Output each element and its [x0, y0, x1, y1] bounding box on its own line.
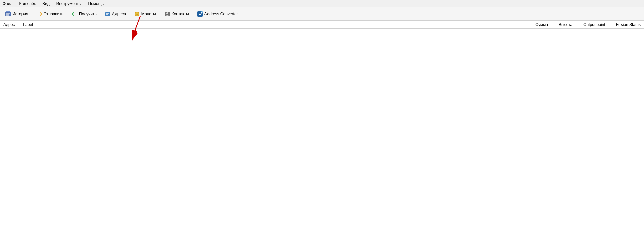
col-label: Label — [21, 22, 34, 27]
svg-rect-2 — [6, 13, 7, 14]
clock-icon — [5, 11, 11, 17]
toolbar-converter-button[interactable]: A ⇄ Address Converter — [193, 8, 242, 20]
toolbar-coins-button[interactable]: $ Монеты — [130, 8, 160, 20]
svg-rect-1 — [6, 11, 10, 12]
toolbar-converter-label: Address Converter — [204, 12, 238, 16]
menu-view[interactable]: Вид — [41, 1, 51, 6]
address-icon — [105, 11, 111, 17]
toolbar-contacts-button[interactable]: Контакты — [160, 8, 193, 20]
toolbar-addresses-button[interactable]: Адреса — [101, 8, 130, 20]
menu-tools[interactable]: Инструменты — [55, 1, 83, 6]
svg-rect-3 — [7, 13, 9, 14]
col-height: Высота — [557, 22, 574, 27]
svg-text:$: $ — [136, 13, 138, 16]
toolbar-receive-label: Получить — [79, 12, 97, 16]
toolbar-send-label: Отправить — [44, 12, 64, 16]
col-fusion-status: Fusion Status — [615, 22, 642, 27]
svg-line-20 — [132, 29, 140, 40]
toolbar-send-button[interactable]: Отправить — [33, 8, 67, 20]
coins-icon: $ — [134, 11, 140, 17]
menu-help[interactable]: Помощь — [87, 1, 105, 6]
menu-file[interactable]: Файл — [1, 1, 14, 6]
toolbar-addresses-label: Адреса — [112, 12, 126, 16]
svg-rect-6 — [7, 14, 9, 16]
converter-icon: A ⇄ — [197, 11, 203, 17]
col-right-headers: Сумма Высота Output point Fusion Status — [534, 22, 642, 27]
toolbar-history-button[interactable]: История — [1, 8, 32, 20]
table-header: Адрес Label Сумма Высота Output point Fu… — [0, 21, 644, 29]
toolbar-contacts-label: Контакты — [172, 12, 189, 16]
col-sum: Сумма — [534, 22, 549, 27]
annotation-arrow — [0, 29, 644, 230]
toolbar-receive-button[interactable]: Получить — [68, 8, 100, 20]
col-output-point: Output point — [582, 22, 606, 27]
contacts-icon — [164, 11, 170, 17]
send-icon — [36, 11, 42, 17]
receive-icon — [72, 11, 78, 17]
toolbar-coins-label: Монеты — [141, 12, 156, 16]
toolbar: История Отправить Получить Адреса — [0, 7, 644, 21]
svg-rect-7 — [105, 12, 110, 16]
main-content — [0, 29, 644, 230]
col-address: Адрес — [2, 22, 16, 27]
menu-bar: Файл Кошелёк Вид Инструменты Помощь — [0, 0, 644, 7]
svg-point-14 — [166, 12, 168, 14]
svg-rect-5 — [6, 14, 7, 16]
toolbar-history-label: История — [12, 12, 28, 16]
menu-wallet[interactable]: Кошелёк — [18, 1, 37, 6]
svg-rect-4 — [9, 13, 10, 14]
